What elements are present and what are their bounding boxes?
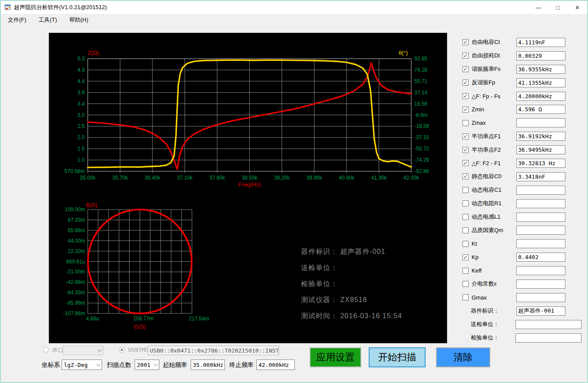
checkbox-checked[interactable]: ✓ [462,93,469,99]
checkbox-unchecked[interactable] [462,268,469,274]
checkbox-unchecked[interactable] [462,214,469,220]
result-value-field[interactable] [516,199,565,208]
checkbox-checked[interactable]: ✓ [462,80,469,86]
result-value-field[interactable] [516,78,565,87]
usbtmc-address-combo[interactable]: USB0::0x0471::0x2786::T020215010::INSTR [148,346,279,355]
result-label: Zmax [472,120,486,126]
id-field-label: 送检单位： [471,320,499,328]
result-row: Zmax [447,116,588,130]
b-axis-tick: -85.99m [66,300,85,306]
result-row: ✓Kp [447,250,588,264]
result-row: 介电常数ε [447,277,588,291]
result-label: 自由电容Ct [472,38,500,46]
checkbox-checked[interactable]: ✓ [462,133,469,140]
result-value-field[interactable] [516,38,565,47]
result-value-field[interactable] [516,213,565,222]
b-axis-tick: -107.66m [63,310,85,316]
start-freq-label: 起始频率 [163,361,187,369]
sweep-points-combo[interactable]: 2001 [135,360,159,370]
b-axis-tick: 87.33m [68,217,85,223]
usbtmc-radio-label: USBTMC [128,346,149,353]
serial-radio[interactable] [43,347,49,353]
usbtmc-radio[interactable] [119,347,125,353]
checkbox-unchecked[interactable] [462,281,469,287]
result-value-field[interactable] [516,105,565,114]
usbtmc-address-value: USB0::0x0471::0x2786::T020215010::INSTR [150,347,279,354]
checkbox-checked[interactable]: ✓ [462,160,469,166]
y-right-tick: 92.85 [414,56,427,62]
result-value-field[interactable] [516,172,565,181]
apply-settings-button[interactable]: 应用设置 [310,347,361,367]
result-value-field[interactable] [516,253,565,262]
checkbox-unchecked[interactable] [462,241,469,247]
result-value-field[interactable] [516,145,565,154]
menu-help[interactable]: 帮助(H) [65,14,92,26]
result-row: ✓Zmin [447,103,588,116]
y-left-tick: 2.0 [77,134,85,140]
result-label: 自由损耗Dt [472,52,500,60]
checkbox-checked[interactable]: ✓ [462,53,469,59]
checkbox-unchecked[interactable] [462,187,469,193]
device-info-overlay: 器件标识： 超声器件-001送检单位： 检验单位： 测试仪器： ZX8518测试… [301,243,402,324]
serial-port-combo[interactable] [63,346,103,355]
checkbox-checked[interactable]: ✓ [462,39,469,45]
serial-radio-label: 串口 [52,346,63,354]
checkbox-unchecked[interactable] [462,120,469,126]
checkbox-unchecked[interactable] [462,200,469,206]
result-value-field[interactable] [516,226,565,235]
g-axis-title: G(S) [134,323,145,330]
result-label: Kt [472,240,477,247]
stop-freq-input[interactable] [256,360,295,370]
y-right-tick: 18.56 [414,101,427,107]
result-row: Kt [447,237,588,250]
start-scan-button[interactable]: 开始扫描 [369,347,426,367]
result-row: 动态电阻R1 [447,197,588,210]
checkbox-checked[interactable]: ✓ [462,107,469,113]
id-field-input[interactable] [515,333,581,343]
result-label: 介电常数ε [472,280,497,288]
result-value-field[interactable] [516,266,565,275]
coord-system-combo[interactable]: lgZ-Deg [62,360,102,370]
checkbox-checked[interactable]: ✓ [462,66,469,72]
result-value-field[interactable] [516,280,565,289]
result-value-field[interactable] [516,132,565,141]
checkbox-unchecked[interactable] [462,227,469,233]
id-field-input[interactable] [516,306,565,316]
clear-button[interactable]: 清除 [436,347,490,367]
menu-file[interactable]: 文件(F) [3,14,31,26]
close-button[interactable]: ✕ [568,1,587,14]
result-value-field[interactable] [516,239,565,248]
y-left-tick: 570.58m [64,168,85,174]
title-bar: 超声阻抗分析软件(V1.0.21@201512) — □ ✕ [1,1,587,14]
menu-tools[interactable]: 工具(T) [34,14,62,26]
result-value-field[interactable] [516,186,565,195]
result-value-field[interactable] [516,65,565,74]
result-row: ✓反谐振Fp [447,76,588,90]
minimize-button[interactable]: — [529,1,548,14]
y-left-tick: 3.9 [77,90,85,96]
result-row: Keff [447,264,588,277]
result-value-field[interactable] [516,293,565,302]
maximize-button[interactable]: □ [548,1,568,14]
y-right-tick: -18.58 [414,123,429,129]
result-value-field[interactable] [516,159,565,168]
result-value-field[interactable] [516,92,565,101]
result-value-field[interactable] [516,118,565,127]
checkbox-unchecked[interactable] [462,294,469,300]
x-tick: 39.20k [274,175,290,181]
result-value-field[interactable] [516,51,565,60]
y-right-tick: -74.29 [414,157,429,163]
result-row: ✓△F: Fp - Fs [447,90,588,103]
start-freq-input[interactable] [191,360,225,370]
id-field-input[interactable] [515,320,581,329]
y-left-tick: 1.0 [77,157,85,163]
result-label: 动态电感L1 [472,213,500,221]
result-row: ✓自由损耗Dt [447,49,588,63]
x-tick: 37.10k [177,175,193,181]
checkbox-checked[interactable]: ✓ [462,147,469,153]
checkbox-checked[interactable]: ✓ [462,173,469,180]
x-tick: 42.00k [403,175,420,181]
checkbox-checked[interactable]: ✓ [462,254,469,260]
y-left-tick: 5.3 [77,56,85,62]
b-axis-tick: 65.66m [68,227,85,233]
